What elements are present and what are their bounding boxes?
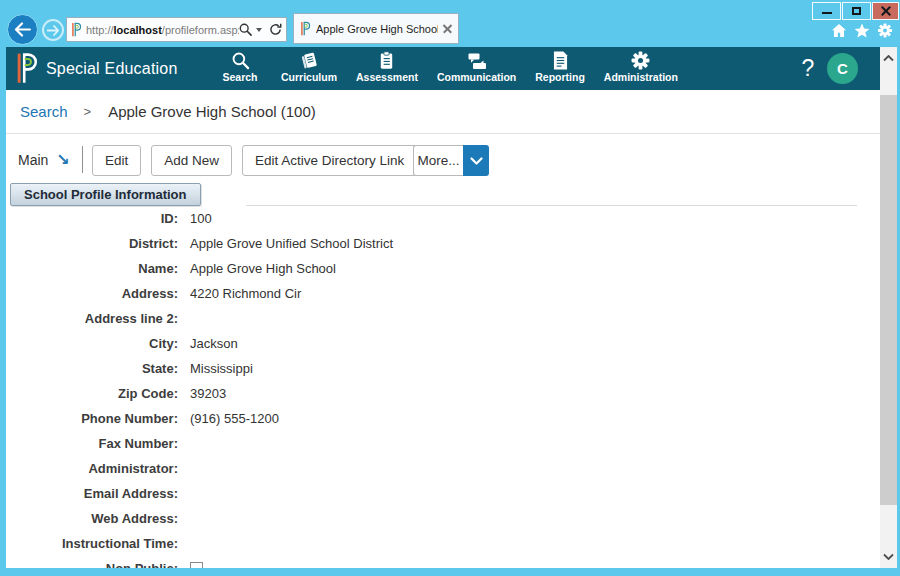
nav-item-label: Search [222,71,257,83]
nav-item-label: Assessment [356,71,418,83]
address-bar[interactable]: http://localhost/profileform.aspx?pt: [66,17,287,42]
user-avatar[interactable]: C [827,53,858,84]
browser-tab[interactable]: Apple Grove High School (1... [293,13,459,44]
communication-icon [467,51,487,70]
browser-back-button[interactable] [7,14,38,45]
field-label: ID: [6,211,178,226]
toolbar-button-edit-active-directory-link[interactable]: Edit Active Directory Link [242,145,417,176]
field-value: 100 [190,211,212,226]
url-text[interactable]: http://localhost/profileform.aspx?pt: [86,24,239,36]
toolbar-button-edit[interactable]: Edit [92,145,141,176]
nav-item-administration[interactable]: Administration [604,51,678,83]
nav-item-label: Administration [604,71,678,83]
field-label: Zip Code: [6,386,178,401]
close-button[interactable] [872,2,899,20]
back-arrow-icon [14,22,31,37]
nav-item-label: Communication [437,71,516,83]
main-arrow-icon: ↘ [56,150,69,169]
form-row: Phone Number:(916) 555-1200 [6,406,880,431]
minimize-button[interactable] [812,2,841,20]
field-label: State: [6,361,178,376]
tab-school-profile-information[interactable]: School Profile Information [10,183,201,206]
field-value: (916) 555-1200 [190,411,279,426]
more-dropdown-button[interactable] [463,145,489,176]
breadcrumb-separator: > [84,104,92,119]
nav-item-communication[interactable]: Communication [437,51,516,83]
tab-close-icon[interactable] [443,24,452,33]
form-row: Administrator: [6,456,880,481]
browser-action-icons [831,23,893,38]
nav-item-label: Reporting [535,71,585,83]
powerschool-logo-icon[interactable] [15,52,39,88]
scroll-down-button[interactable] [880,548,897,565]
school-profile-panel: School Profile Information ID:100Distric… [6,184,880,568]
scroll-up-button[interactable] [880,50,897,67]
nav-item-assessment[interactable]: Assessment [356,51,418,83]
nav-item-label: Curriculum [281,71,337,83]
main-navigation: SearchCurriculumAssessmentCommunicationR… [218,51,678,83]
maximize-button[interactable] [842,2,871,20]
close-icon [881,6,891,16]
nav-item-reporting[interactable]: Reporting [535,51,585,83]
breadcrumb-search-link[interactable]: Search [20,103,68,120]
form-row: Address:4220 Richmond Cir [6,281,880,306]
form-row: Email Address: [6,481,880,506]
app-navbar: Special Education SearchCurriculumAssess… [6,47,880,90]
field-label: Phone Number: [6,411,178,426]
browser-forward-button[interactable] [42,19,64,41]
nav-item-curriculum[interactable]: Curriculum [281,51,337,83]
field-label: City: [6,336,178,351]
more-button-group: More... [413,145,489,176]
form-row: Address line 2: [6,306,880,331]
field-value: 4220 Richmond Cir [190,286,301,301]
breadcrumb: Search > Apple Grove High School (100) [6,90,880,134]
scrollbar-thumb[interactable] [880,95,897,505]
window-controls [811,2,899,20]
field-value: Apple Grove High School [190,261,336,276]
chevron-up-icon [883,55,894,62]
search-icon [231,51,250,70]
settings-gear-icon[interactable] [877,23,893,38]
administration-icon [631,51,650,70]
vertical-scrollbar[interactable] [880,47,897,568]
refresh-icon[interactable] [269,23,282,36]
home-icon[interactable] [831,23,847,38]
form-row: City:Jackson [6,331,880,356]
field-value: Apple Grove Unified School District [190,236,393,251]
curriculum-icon [300,51,319,70]
toolbar-divider [82,146,83,173]
form-row: Non Public: [6,556,880,568]
tab-title: Apple Grove High School (1... [316,23,438,35]
non-public-checkbox[interactable] [190,562,203,568]
page-search-icon[interactable] [239,23,252,36]
field-label: Web Address: [6,511,178,526]
form-row: ID:100 [6,206,880,231]
toolbar-button-add-new[interactable]: Add New [151,145,232,176]
favicon-powerschool [300,21,311,36]
nav-item-search[interactable]: Search [218,51,262,83]
field-value: 39203 [190,386,226,401]
field-label: Non Public: [6,561,178,568]
maximize-icon [852,7,861,15]
form-row: State:Mississippi [6,356,880,381]
page-title: Apple Grove High School (100) [108,103,316,120]
browser-window: http://localhost/profileform.aspx?pt: [0,0,900,576]
help-button[interactable]: ? [795,47,821,90]
school-profile-form: ID:100District:Apple Grove Unified Schoo… [6,206,880,568]
favorites-star-icon[interactable] [854,23,870,38]
field-value: Mississippi [190,361,253,376]
main-link[interactable]: Main ↘ [18,147,70,172]
field-label: Name: [6,261,178,276]
field-label: District: [6,236,178,251]
field-label: Address line 2: [6,311,178,326]
reporting-icon [553,51,568,70]
more-button[interactable]: More... [413,145,463,176]
form-row: Fax Number: [6,431,880,456]
field-label: Email Address: [6,486,178,501]
minimize-icon [822,12,832,14]
address-dropdown-icon[interactable] [256,28,262,32]
field-value: Jackson [190,336,238,351]
field-label: Address: [6,286,178,301]
form-row: Instructional Time: [6,531,880,556]
chevron-down-icon [883,553,894,560]
